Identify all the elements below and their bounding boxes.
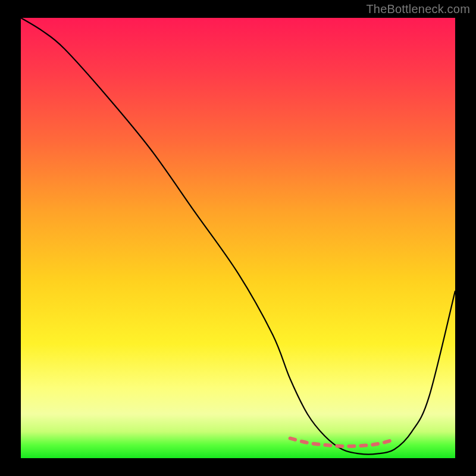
chart-root: TheBottleneck.com <box>0 0 476 476</box>
curve-layer <box>21 18 455 458</box>
watermark-text: TheBottleneck.com <box>366 2 470 16</box>
bottom-marker-curve <box>290 439 394 446</box>
bottleneck-curve <box>21 18 455 455</box>
plot-area <box>21 18 455 458</box>
